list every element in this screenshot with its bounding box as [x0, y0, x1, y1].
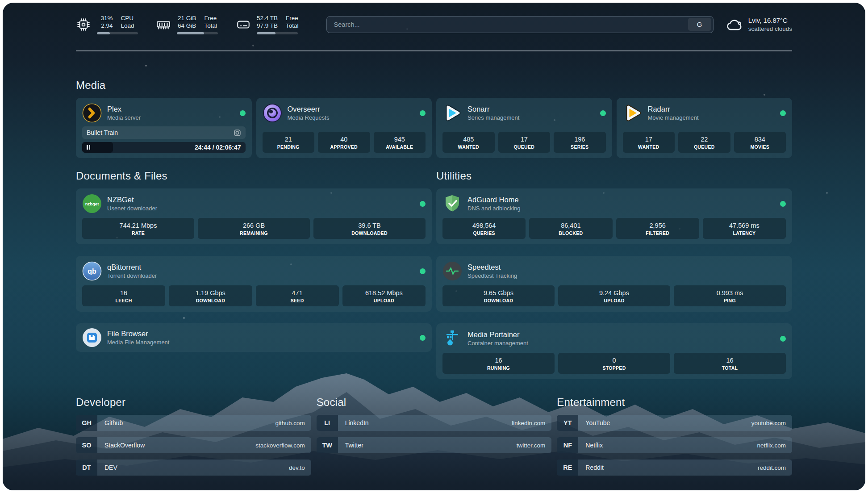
bookmark-abbr: SO: [76, 437, 97, 453]
disk-free-label: Free: [286, 14, 299, 22]
bookmark-name: YouTube: [585, 419, 610, 426]
disk-free-value: 52.4 TB: [257, 14, 278, 22]
cpu-load-value: 2.94: [97, 22, 113, 29]
pause-icon: [87, 145, 90, 150]
stat-box: 22QUEUED: [678, 132, 730, 153]
stat-box: 618.52 MbpsUPLOAD: [342, 285, 426, 306]
service-name: AdGuard Home: [467, 195, 521, 205]
memory-icon: [156, 17, 171, 32]
bookmark-linkedin[interactable]: LI LinkedIn linkedin.com: [317, 415, 552, 431]
bookmark-url: stackoverflow.com: [255, 442, 305, 449]
memory-progress-bar: [177, 32, 218, 34]
service-card-filebrowser[interactable]: File Browser Media File Management: [76, 323, 432, 352]
service-card-nzbget[interactable]: nzbget NZBGet Usenet downloader 744.21 M…: [76, 188, 432, 244]
now-playing-progress-bar: 24:44 / 02:06:47: [82, 142, 246, 153]
service-card-sonarr[interactable]: Sonarr Series management 485WANTED 17QUE…: [436, 98, 612, 158]
bookmark-dev[interactable]: DT DEV dev.to: [76, 460, 311, 476]
stat-box: 16TOTAL: [674, 353, 786, 374]
bookmark-name: StackOverflow: [104, 442, 145, 449]
top-bar: 31% CPU 2.94 Load 21 GiB: [76, 3, 792, 34]
bookmark-name: Twitter: [345, 442, 363, 449]
service-description: Usenet downloader: [107, 205, 157, 212]
stat-box: 21PENDING: [263, 132, 315, 153]
service-description: Speedtest Tracking: [467, 272, 517, 280]
service-description: Movie management: [648, 114, 699, 121]
bookmark-stackoverflow[interactable]: SO StackOverflow stackoverflow.com: [76, 437, 311, 453]
service-card-portainer[interactable]: Media Portainer Container management 16R…: [436, 323, 792, 379]
sonarr-icon: [442, 103, 462, 123]
stat-box: 2,956FILTERED: [616, 218, 699, 239]
service-description: Media File Management: [107, 338, 169, 346]
bookmark-abbr: TW: [317, 437, 338, 453]
cpu-progress-bar: [97, 32, 138, 34]
status-dot: [420, 110, 426, 116]
bookmark-reddit[interactable]: RE Reddit reddit.com: [557, 460, 792, 476]
stat-box: 0.993 msPING: [674, 285, 786, 306]
now-playing-time: 24:44 / 02:06:47: [195, 144, 241, 151]
portainer-icon: [442, 329, 462, 348]
service-name: Plex: [107, 104, 141, 114]
now-playing-title: Bullet Train: [87, 129, 118, 136]
svg-text:nzbget: nzbget: [85, 201, 99, 206]
service-name: Overseerr: [288, 104, 330, 114]
stat-box: 9.24 GbpsUPLOAD: [558, 285, 670, 306]
service-card-overseerr[interactable]: Overseerr Media Requests 21PENDING 40APP…: [256, 98, 432, 158]
stat-box: 196SERIES: [554, 132, 606, 153]
service-card-qbittorrent[interactable]: qb qBittorrent Torrent downloader: [76, 256, 432, 312]
svg-text:qb: qb: [88, 267, 96, 275]
search-bar: G: [326, 16, 714, 33]
cpu-usage-value: 31%: [97, 14, 113, 22]
service-card-plex[interactable]: Plex Media server Bullet Train: [76, 98, 252, 158]
service-name: Speedtest: [467, 263, 517, 272]
plex-icon: [82, 103, 102, 123]
service-card-adguard[interactable]: AdGuard Home DNS and adblocking 498,564Q…: [436, 188, 792, 244]
cpu-icon: [76, 17, 91, 32]
service-name: Media Portainer: [467, 330, 528, 339]
camera-icon: [234, 129, 241, 137]
bookmark-abbr: RE: [557, 460, 578, 476]
service-card-radarr[interactable]: Radarr Movie management 17WANTED 22QUEUE…: [617, 98, 793, 158]
bookmark-youtube[interactable]: YT YouTube youtube.com: [557, 415, 792, 431]
speedtest-icon: [442, 261, 462, 281]
bookmark-twitter[interactable]: TW Twitter twitter.com: [317, 437, 552, 453]
bookmark-abbr: GH: [76, 415, 97, 431]
bookmark-url: twitter.com: [517, 442, 546, 449]
cpu-widget: 31% CPU 2.94 Load: [76, 14, 138, 34]
search-provider-button[interactable]: G: [688, 18, 711, 31]
service-description: Media Requests: [288, 114, 330, 121]
stat-box: 86,401BLOCKED: [529, 218, 612, 239]
stat-box: 266 GBREMAINING: [198, 218, 310, 239]
bookmark-abbr: LI: [317, 415, 338, 431]
qbittorrent-icon: qb: [82, 261, 102, 281]
section-title-social: Social: [317, 396, 552, 409]
search-input[interactable]: [326, 16, 714, 33]
section-title-documents: Documents & Files: [76, 170, 432, 182]
stat-box: 47.569 msLATENCY: [703, 218, 786, 239]
dashboard-panel: 31% CPU 2.94 Load 21 GiB: [3, 3, 865, 490]
stat-box: 945AVAILABLE: [374, 132, 426, 153]
service-name: qBittorrent: [107, 263, 157, 272]
service-description: DNS and adblocking: [467, 205, 521, 212]
bookmark-name: LinkedIn: [345, 419, 369, 426]
bookmark-abbr: YT: [557, 415, 578, 431]
disk-widget: 52.4 TB Free 97.9 TB Total: [236, 14, 299, 34]
memory-widget: 21 GiB Free 64 GiB Total: [156, 14, 218, 34]
bookmark-netflix[interactable]: NF Netflix netflix.com: [557, 437, 792, 453]
service-name: Radarr: [648, 104, 699, 114]
weather-condition: scattered clouds: [748, 25, 792, 33]
disk-total-label: Total: [286, 22, 299, 29]
status-dot: [240, 110, 246, 116]
bookmark-abbr: NF: [557, 437, 578, 453]
bookmark-url: youtube.com: [751, 420, 786, 426]
stat-box: 16LEECH: [82, 285, 165, 306]
service-card-speedtest[interactable]: Speedtest Speedtest Tracking 9.65 GbpsDO…: [436, 256, 792, 312]
status-dot: [780, 110, 786, 116]
status-dot: [420, 201, 426, 207]
nzbget-icon: nzbget: [82, 194, 102, 213]
bookmark-github[interactable]: GH Github github.com: [76, 415, 311, 431]
now-playing-title-row: Bullet Train: [82, 126, 246, 139]
bookmark-url: reddit.com: [758, 464, 786, 471]
bookmark-abbr: DT: [76, 460, 97, 476]
stat-box: 17QUEUED: [498, 132, 551, 153]
bookmark-url: github.com: [275, 420, 305, 426]
